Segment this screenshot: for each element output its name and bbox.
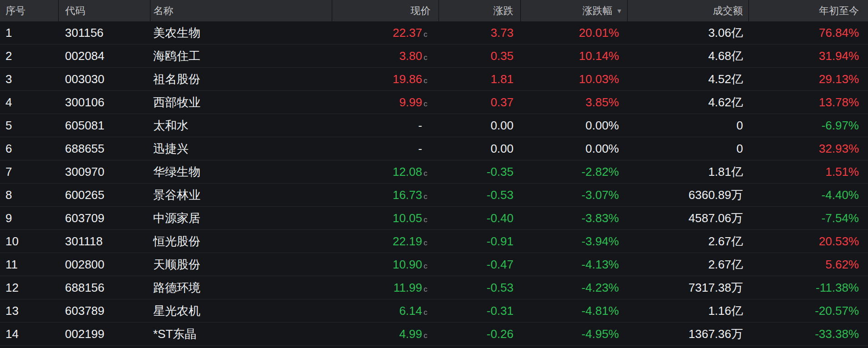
cell-seq: 14: [0, 323, 58, 346]
cell-code: 301118: [58, 230, 150, 253]
column-label-turnover: 成交额: [713, 5, 743, 16]
column-header-turnover[interactable]: 成交额: [627, 0, 748, 21]
cell-name: 恒光股份: [150, 230, 332, 253]
stock-row[interactable]: 2 002084 海鸥住工 3.80c 0.35 10.14% 4.68亿 31…: [0, 45, 868, 68]
cell-ytd: 5.62%: [748, 253, 868, 276]
cell-change: -0.31: [439, 299, 520, 323]
stock-row[interactable]: 7 300970 华绿生物 12.08c -0.35 -2.82% 1.81亿 …: [0, 160, 868, 184]
column-header-change-pct[interactable]: 涨跌幅▼: [520, 0, 627, 21]
stock-row[interactable]: 10 301118 恒光股份 22.19c -0.91 -3.94% 2.67亿…: [0, 230, 868, 253]
cell-name: 天顺股份: [150, 253, 332, 276]
cell-ytd: 13.78%: [748, 91, 868, 114]
cell-change: -0.47: [439, 253, 520, 276]
cell-change-pct: -6.03%: [520, 346, 627, 348]
column-label-name: 名称: [154, 5, 174, 16]
stock-row[interactable]: 14 002199 *ST东晶 4.99c -0.26 -4.95% 1367.…: [0, 323, 868, 346]
column-label-ytd: 年初至今: [819, 5, 859, 16]
cell-code: 301156: [58, 21, 150, 45]
cell-price: 10.05c: [332, 207, 439, 230]
cell-change-pct: -3.83%: [520, 207, 627, 230]
table-body: 1 301156 美农生物 22.37c 3.73 20.01% 3.06亿 7…: [0, 21, 868, 348]
cell-code: 002084: [58, 45, 150, 68]
header-row: 序号 代码 名称 现价 涨跌 涨跌幅▼ 成交额 年初至今: [0, 0, 868, 21]
cell-price: 12.08c: [332, 160, 439, 184]
price-value: 22.19: [393, 234, 422, 248]
cell-change: -0.26: [439, 323, 520, 346]
cell-code: 002199: [58, 323, 150, 346]
cell-seq: 10: [0, 230, 58, 253]
column-header-change[interactable]: 涨跌: [439, 0, 520, 21]
stock-row[interactable]: 13 603789 星光农机 6.14c -0.31 -4.81% 1.16亿 …: [0, 299, 868, 323]
cell-name: 路德环境: [150, 276, 332, 299]
price-value: 11.99: [394, 281, 422, 294]
column-label-change: 涨跌: [494, 5, 514, 16]
cell-code: 605081: [58, 114, 150, 137]
price-flag: c: [424, 262, 431, 271]
price-value: 4.99: [399, 327, 422, 341]
cell-name: *ST东晶: [150, 323, 332, 346]
price-value: 10.90: [393, 258, 422, 271]
column-header-price[interactable]: 现价: [332, 0, 439, 21]
cell-name: 祖名股份: [150, 68, 332, 91]
column-header-ytd[interactable]: 年初至今: [748, 0, 868, 21]
cell-price: 16.73c: [332, 184, 439, 207]
stock-row[interactable]: 3 003030 祖名股份 19.86c 1.81 10.03% 4.52亿 2…: [0, 68, 868, 91]
cell-seq: 4: [0, 91, 58, 114]
stock-row[interactable]: 15 001226 拓山重工 25.86c -1.66 -6.03% 6833.…: [0, 346, 868, 348]
cell-turnover: 2.67亿: [627, 253, 748, 276]
stock-row[interactable]: 8 600265 景谷林业 16.73c -0.53 -3.07% 6360.8…: [0, 184, 868, 207]
cell-change: 1.81: [439, 68, 520, 91]
price-value: 9.99: [399, 95, 422, 109]
cell-change-pct: 10.03%: [520, 68, 627, 91]
cell-change-pct: 10.14%: [520, 45, 627, 68]
stock-row[interactable]: 6 688655 迅捷兴 - 0.00 0.00% 0 32.93%: [0, 137, 868, 160]
price-flag: c: [424, 169, 431, 178]
cell-turnover: 3.06亿: [627, 21, 748, 45]
column-label-change-pct: 涨跌幅: [583, 5, 613, 16]
cell-change-pct: -3.94%: [520, 230, 627, 253]
stock-row[interactable]: 9 603709 中源家居 10.05c -0.40 -3.83% 4587.0…: [0, 207, 868, 230]
price-flag: c: [424, 215, 431, 224]
cell-turnover: 6833.34万: [627, 346, 748, 348]
cell-seq: 9: [0, 207, 58, 230]
cell-code: 688156: [58, 276, 150, 299]
stock-row[interactable]: 1 301156 美农生物 22.37c 3.73 20.01% 3.06亿 7…: [0, 21, 868, 45]
price-value: -: [418, 119, 422, 132]
stock-row[interactable]: 11 002800 天顺股份 10.90c -0.47 -4.13% 2.67亿…: [0, 253, 868, 276]
column-header-seq[interactable]: 序号: [0, 0, 58, 21]
cell-ytd: -6.97%: [748, 114, 868, 137]
cell-change: 0.37: [439, 91, 520, 114]
cell-change-pct: 0.00%: [520, 137, 627, 160]
cell-turnover: 0: [627, 114, 748, 137]
column-label-price: 现价: [411, 5, 431, 16]
cell-ytd: 76.84%: [748, 21, 868, 45]
sort-desc-icon: ▼: [616, 7, 623, 15]
cell-seq: 13: [0, 299, 58, 323]
column-header-code[interactable]: 代码: [58, 0, 150, 21]
cell-ytd: 1.51%: [748, 160, 868, 184]
cell-price: 10.90c: [332, 253, 439, 276]
cell-ytd: -5.45%: [748, 346, 868, 348]
cell-change-pct: -2.82%: [520, 160, 627, 184]
cell-code: 002800: [58, 253, 150, 276]
cell-change-pct: -4.13%: [520, 253, 627, 276]
stock-row[interactable]: 12 688156 路德环境 11.99c -0.53 -4.23% 7317.…: [0, 276, 868, 299]
stock-row[interactable]: 5 605081 太和水 - 0.00 0.00% 0 -6.97%: [0, 114, 868, 137]
cell-change: -1.66: [439, 346, 520, 348]
cell-turnover: 4.62亿: [627, 91, 748, 114]
cell-price: 22.37c: [332, 21, 439, 45]
cell-change-pct: -4.81%: [520, 299, 627, 323]
column-header-name[interactable]: 名称: [150, 0, 332, 21]
cell-ytd: -11.38%: [748, 276, 868, 299]
cell-name: 华绿生物: [150, 160, 332, 184]
cell-name: 景谷林业: [150, 184, 332, 207]
cell-change: -0.53: [439, 184, 520, 207]
price-value: 22.37: [393, 26, 422, 40]
stock-row[interactable]: 4 300106 西部牧业 9.99c 0.37 3.85% 4.62亿 13.…: [0, 91, 868, 114]
cell-seq: 3: [0, 68, 58, 91]
price-flag: c: [424, 53, 431, 62]
cell-code: 300970: [58, 160, 150, 184]
cell-code: 001226: [58, 346, 150, 348]
cell-change-pct: -4.95%: [520, 323, 627, 346]
cell-price: 11.99c: [332, 276, 439, 299]
